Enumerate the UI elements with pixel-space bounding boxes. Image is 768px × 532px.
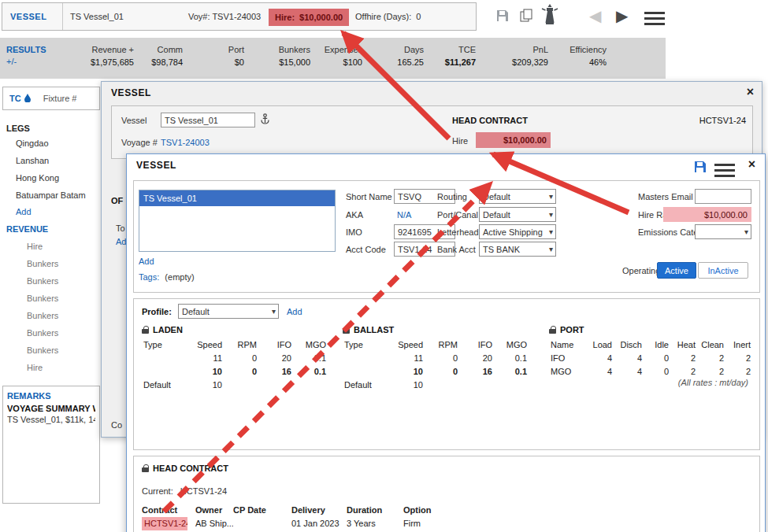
anchor-icon[interactable] [260, 113, 270, 127]
revenue-item[interactable]: Bunkers [27, 294, 58, 303]
voyage-header-box: VESSEL TS Vessel_01 Voy#: TSV1-24003 Hir… [2, 2, 477, 31]
ballast-title-text: BALLAST [354, 325, 394, 334]
leg-item-qingdao[interactable]: Qingdao [16, 139, 49, 148]
hire-field-highlight[interactable]: $10,000.00 [476, 132, 551, 148]
metric-value: $209,329 [476, 57, 548, 67]
close-icon[interactable]: × [747, 85, 754, 99]
vessel-name[interactable]: TS Vessel_01 [70, 3, 124, 30]
active-button[interactable]: Active [657, 262, 696, 279]
cell: 2 [697, 365, 725, 379]
contract-id-cell[interactable]: HCTSV1-24 [142, 517, 195, 532]
close-icon[interactable]: × [748, 157, 755, 172]
column-header: Option [403, 504, 449, 517]
metric-value: $0 [183, 57, 244, 67]
metric-pnl: PnL$209,329 [476, 45, 548, 67]
emissions-category-select[interactable]: ▾ [695, 224, 751, 239]
add-leg-link[interactable]: Add [16, 207, 32, 216]
hire-highlight[interactable]: Hire: $10,000.00 [269, 9, 349, 26]
ballast-table: TypeSpeedRPMIFOMGO 110200.1 100160.1 Def… [343, 338, 529, 392]
leg-item-hongkong[interactable]: Hong Kong [16, 173, 59, 183]
vessel-list-selected-row[interactable]: TS Vessel_01 [139, 190, 335, 206]
revenue-item[interactable]: Bunkers [27, 311, 58, 320]
contract-id-highlight[interactable]: HCTSV1-24 [142, 517, 187, 530]
lock-icon [142, 326, 149, 334]
voyage-link[interactable]: TSV1-24003 [161, 138, 210, 147]
metric-value: 46% [548, 57, 607, 67]
bank-acct-select[interactable]: TS BANK▾ [479, 242, 556, 257]
column-header: Disch [614, 338, 644, 352]
letterhead-select[interactable]: Active Shipping▾ [479, 224, 556, 239]
vessel-input[interactable]: TS Vessel_01 [161, 113, 255, 127]
metric-value: $98,784 [134, 57, 183, 67]
remarks-summary: VOYAGE SUMMARY WHE [7, 404, 95, 413]
revenue-item[interactable]: Bunkers [27, 276, 58, 286]
add-vessel-link[interactable]: Add [139, 257, 154, 266]
voyage-sidebar: TC Fixture # LEGS Qingdao Lanshan Hong K… [0, 83, 101, 532]
cell: 0.1 [293, 365, 328, 379]
revenue-item[interactable]: Hire [27, 242, 43, 251]
chevron-down-icon: ▾ [549, 192, 553, 201]
column-header: Load [584, 338, 614, 352]
leg-item-lanshan[interactable]: Lanshan [16, 156, 49, 165]
menu-icon[interactable] [714, 161, 735, 180]
letterhead-label: Letterhead [437, 227, 479, 237]
voyage-number[interactable]: Voy#: TSV1-24003 [188, 3, 261, 30]
menu-icon[interactable] [644, 9, 665, 28]
chevron-down-icon: ▾ [549, 227, 553, 236]
masters-email-input[interactable] [695, 189, 751, 204]
lighthouse-icon[interactable] [540, 4, 559, 26]
tags-label[interactable]: Tags: [139, 272, 159, 282]
tc-tab-strip: TC Fixture # [2, 87, 100, 110]
cell: 11 [387, 352, 425, 365]
column-header: MGO [293, 338, 328, 352]
aka-link[interactable]: N/A [397, 210, 411, 220]
remarks-box: REMARKS VOYAGE SUMMARY WHE TS Vessel_01,… [2, 386, 100, 504]
metric-bunkers: Bunkers$15,000 [244, 45, 310, 67]
lock-icon [549, 326, 556, 334]
port-canal-select[interactable]: Default▾ [479, 207, 556, 222]
previous-record-icon[interactable]: ◀ [589, 6, 601, 25]
clipped-add-link[interactable]: Ad [116, 237, 126, 246]
revenue-section-title: REVENUE [6, 224, 48, 234]
revenue-item[interactable]: Hire [27, 363, 43, 372]
cell: 0 [644, 365, 670, 379]
results-metrics: Revenue +$1,975,685 Comm$98,784 Port$0 B… [52, 45, 607, 67]
current-label: Current: [142, 486, 173, 496]
leg-item-batuampar[interactable]: Batuampar Batam [16, 190, 86, 200]
save-icon[interactable] [495, 8, 510, 25]
vessel-label: Vessel [121, 116, 147, 125]
cell: 10 [387, 379, 425, 392]
head-contract-box: HEAD CONTRACT Current: HCTSV1-24 Contrac… [133, 456, 760, 532]
metric-comm: Comm$98,784 [134, 45, 183, 67]
lock-icon [343, 326, 350, 334]
copy-icon[interactable] [518, 8, 534, 25]
cell: 4 [614, 352, 644, 365]
column-header: Contract [142, 504, 195, 517]
vessel-list[interactable]: TS Vessel_01 [139, 190, 336, 252]
results-title[interactable]: RESULTS [6, 45, 46, 54]
cell: 0.1 [293, 352, 328, 365]
column-header: RPM [224, 338, 258, 352]
next-record-icon[interactable]: ▶ [616, 6, 628, 25]
offhire-value: 0 [416, 12, 421, 21]
profile-select[interactable]: Default▾ [178, 304, 279, 319]
cell: 0 [425, 365, 459, 379]
cell [494, 379, 529, 392]
add-profile-link[interactable]: Add [287, 307, 302, 316]
revenue-item[interactable]: Bunkers [27, 345, 58, 355]
metric-value: $100 [310, 57, 362, 67]
cell [224, 379, 258, 392]
tab-tc[interactable]: TC [9, 94, 21, 103]
head-contract-id: HCTSV1-24 [699, 116, 746, 125]
hire-rate-field-highlight[interactable]: $10,000.00 [663, 207, 751, 222]
hire-label: Hire: [275, 13, 295, 22]
cell: 2 [725, 352, 752, 365]
head-contract-section-title: HEAD CONTRACT [142, 464, 228, 473]
column-header: Type [142, 338, 186, 352]
routing-select[interactable]: Default▾ [479, 189, 556, 204]
save-icon[interactable] [692, 159, 708, 176]
revenue-item[interactable]: Bunkers [27, 259, 58, 268]
inactive-button[interactable]: InActive [698, 262, 748, 279]
revenue-item[interactable]: Bunkers [27, 328, 58, 338]
cell: AB Ship... [195, 517, 233, 532]
